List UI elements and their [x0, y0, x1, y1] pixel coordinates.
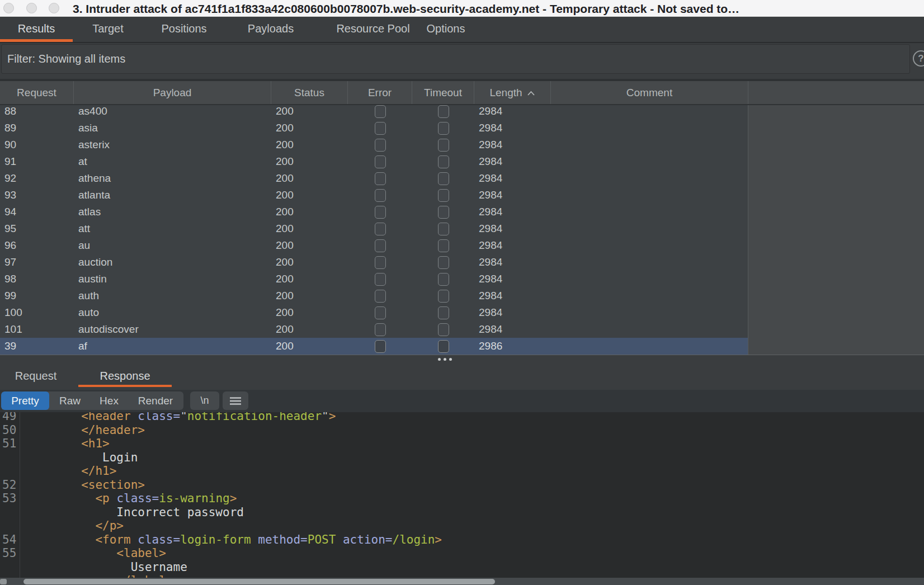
code-text: </p>	[20, 519, 124, 533]
cell-timeout	[412, 306, 474, 319]
error-checkbox	[375, 290, 386, 303]
table-row[interactable]: 100 auto 200 2984	[0, 304, 748, 321]
error-checkbox	[375, 122, 386, 135]
show-newlines-button[interactable]: \n	[190, 391, 219, 410]
timeout-checkbox	[438, 189, 449, 202]
table-row[interactable]: 90 asterix 200 2984	[0, 136, 748, 153]
error-checkbox	[375, 105, 386, 118]
column-header-request[interactable]: Request	[0, 81, 74, 104]
table-row[interactable]: 88 as400 200 2984	[0, 105, 748, 120]
column-header-length[interactable]: Length	[474, 81, 551, 104]
help-icon[interactable]: ?	[913, 50, 924, 67]
cell-request: 95	[0, 223, 74, 235]
error-checkbox	[375, 189, 386, 202]
cell-length: 2984	[474, 172, 551, 185]
cell-error	[348, 155, 412, 168]
scrollbar-cap[interactable]	[0, 579, 7, 584]
cell-error	[348, 223, 412, 235]
timeout-checkbox	[438, 105, 449, 118]
code-text: <h1>	[20, 437, 110, 451]
minimize-window-icon[interactable]	[26, 3, 37, 13]
tab-request[interactable]: Request	[0, 365, 72, 387]
table-row[interactable]: 89 asia 200 2984	[0, 120, 748, 136]
view-mode-group: Pretty Raw Hex Render	[1, 391, 183, 410]
code-text: <section>	[20, 478, 145, 492]
editor-menu-button[interactable]	[223, 391, 248, 410]
cell-length: 2984	[474, 256, 551, 268]
table-row[interactable]: 92 athena 200 2984	[0, 170, 748, 187]
close-window-icon[interactable]	[3, 3, 14, 13]
timeout-checkbox	[438, 290, 449, 303]
timeout-checkbox	[438, 323, 449, 336]
error-checkbox	[375, 340, 386, 353]
error-checkbox	[375, 139, 386, 152]
cell-status: 200	[271, 122, 348, 134]
pretty-button[interactable]: Pretty	[1, 391, 49, 410]
tab-positions[interactable]: Positions	[161, 17, 206, 42]
raw-button[interactable]: Raw	[49, 391, 91, 410]
scrollbar-thumb[interactable]	[23, 579, 495, 584]
cell-length: 2984	[474, 139, 551, 151]
tab-response[interactable]: Response	[78, 365, 172, 387]
cell-payload: atlas	[74, 206, 271, 218]
results-table-header: Request Payload Status Error Timeout Len…	[0, 81, 924, 105]
code-line: 55 <label>	[0, 546, 924, 560]
cell-payload: at	[74, 155, 271, 168]
cell-status: 200	[271, 306, 348, 319]
table-row[interactable]: 95 att 200 2984	[0, 220, 748, 237]
table-row[interactable]: 101 autodiscover 200 2984	[0, 321, 748, 338]
sort-ascending-icon	[527, 87, 535, 99]
code-line: Username	[0, 560, 924, 574]
code-line: </p>	[0, 519, 924, 533]
table-row[interactable]: 94 atlas 200 2984	[0, 204, 748, 220]
code-text: <form class=login-form method=POST actio…	[20, 533, 442, 547]
panel-splitter[interactable]	[0, 355, 924, 364]
horizontal-scrollbar[interactable]	[0, 578, 924, 585]
zoom-window-icon[interactable]	[49, 3, 59, 13]
code-line: 53 <p class=is-warning>	[0, 492, 924, 506]
splitter-handle-icon[interactable]	[438, 358, 452, 361]
hex-button[interactable]: Hex	[91, 391, 128, 410]
table-row[interactable]: 98 austin 200 2984	[0, 271, 748, 287]
cell-request: 39	[0, 340, 74, 352]
tab-target[interactable]: Target	[92, 17, 124, 42]
table-row[interactable]: 97 auction 200 2984	[0, 254, 748, 271]
timeout-checkbox	[438, 340, 449, 353]
cell-length: 2984	[474, 290, 551, 302]
cell-timeout	[412, 323, 474, 336]
tab-results[interactable]: Results	[0, 17, 73, 42]
filter-bar[interactable]: Filter: Showing all items	[1, 44, 910, 74]
response-editor[interactable]: 49 <header class="notification-header"> …	[0, 412, 924, 585]
column-header-comment[interactable]: Comment	[551, 81, 748, 104]
cell-status: 200	[271, 340, 348, 352]
timeout-checkbox	[438, 223, 449, 235]
render-button[interactable]: Render	[128, 391, 183, 410]
column-header-filler	[748, 81, 924, 104]
cell-status: 200	[271, 189, 348, 201]
table-row[interactable]: 96 au 200 2984	[0, 237, 748, 254]
tab-resource-pool[interactable]: Resource Pool	[336, 17, 409, 42]
table-row[interactable]: 93 atlanta 200 2984	[0, 187, 748, 204]
table-row[interactable]: 91 at 200 2984	[0, 153, 748, 170]
cell-status: 200	[271, 239, 348, 252]
cell-status: 200	[271, 105, 348, 117]
cell-payload: autodiscover	[74, 323, 271, 336]
table-row[interactable]: 39 af 200 2986	[0, 338, 748, 355]
cell-timeout	[412, 172, 474, 185]
cell-timeout	[412, 189, 474, 202]
cell-payload: auth	[74, 290, 271, 302]
cell-timeout	[412, 155, 474, 168]
tab-options[interactable]: Options	[427, 17, 465, 42]
timeout-checkbox	[438, 155, 449, 168]
results-rows[interactable]: 88 as400 200 2984 89 asia 200 2984 90 as…	[0, 105, 748, 355]
cell-length: 2984	[474, 323, 551, 336]
cell-request: 92	[0, 172, 74, 185]
column-header-status[interactable]: Status	[271, 81, 348, 104]
table-row[interactable]: 99 auth 200 2984	[0, 287, 748, 304]
timeout-checkbox	[438, 139, 449, 152]
column-header-error[interactable]: Error	[348, 81, 412, 104]
filter-panel: Filter: Showing all items ?	[0, 43, 924, 79]
column-header-timeout[interactable]: Timeout	[412, 81, 474, 104]
tab-payloads[interactable]: Payloads	[248, 17, 294, 42]
column-header-payload[interactable]: Payload	[74, 81, 271, 104]
